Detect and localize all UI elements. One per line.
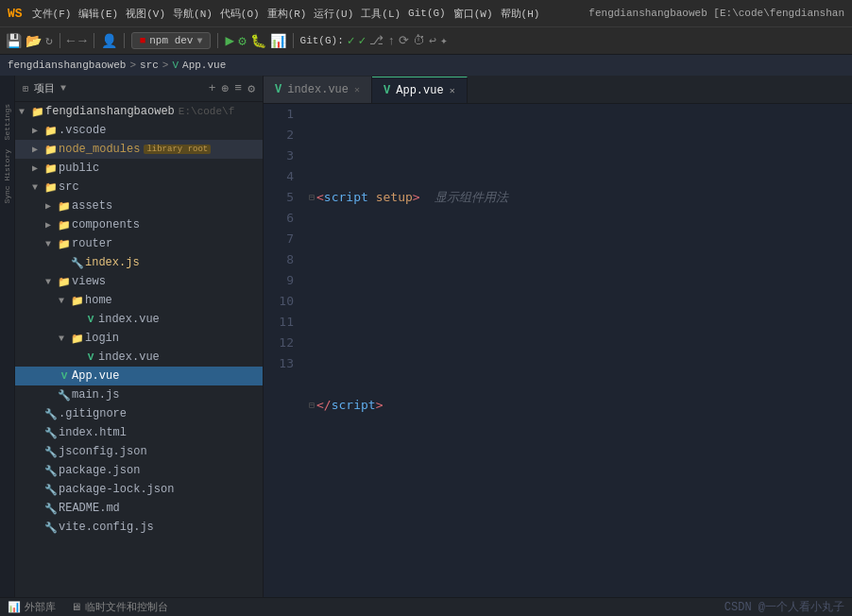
src-label: src <box>59 180 79 194</box>
list-item[interactable]: ▶ 📁 components <box>15 215 263 234</box>
menu-edit[interactable]: 编辑(E) <box>78 7 118 21</box>
list-item[interactable]: ▼ 📁 src <box>15 178 263 197</box>
tab-index-vue[interactable]: V index.vue ✕ <box>264 77 372 103</box>
git-fetch-icon[interactable]: ⟳ <box>399 33 409 48</box>
breadcrumb-sep1: > <box>129 60 136 71</box>
code-editor[interactable]: 1 2 3 4 5 6 7 8 9 10 11 12 13 ⊟ <script … <box>264 104 852 597</box>
watermark: CSDN @一个人看小丸子 <box>724 599 844 615</box>
editor-area: V index.vue ✕ V App.vue ✕ 1 2 3 4 5 6 7 <box>264 76 852 597</box>
temp-files-item[interactable]: 🖥 临时文件和控制台 <box>71 600 168 614</box>
coverage-icon[interactable]: 📊 <box>270 33 286 49</box>
console-icon: 🖥 <box>71 601 81 613</box>
list-item[interactable]: 🔧 index.js <box>15 253 263 272</box>
titlebar-logo: WS <box>8 7 23 21</box>
list-item[interactable]: ▶ 📁 public <box>15 159 263 178</box>
public-label: public <box>59 162 99 175</box>
explorer-title: 项目 <box>34 81 55 95</box>
router-index-label: index.js <box>85 256 140 269</box>
list-item[interactable]: ▶ 📁 node_modules library root <box>15 140 263 159</box>
toolbar-refresh-icon[interactable]: ↻ <box>45 33 53 48</box>
list-item[interactable]: 🔧 README.md <box>15 499 263 518</box>
list-item[interactable]: 🔧 jsconfig.json <box>15 442 263 461</box>
tab-app-close-icon[interactable]: ✕ <box>450 85 455 96</box>
toolbar-back-icon[interactable]: ← <box>67 33 75 48</box>
npm-dropdown-arrow: ▼ <box>196 36 202 46</box>
menu-window[interactable]: 窗口(W) <box>453 7 493 21</box>
explorer-caret[interactable]: ▼ <box>60 83 66 94</box>
git-push-icon[interactable]: ✓ <box>359 33 366 48</box>
debug-icon[interactable]: 🐛 <box>250 33 266 49</box>
menu-run[interactable]: 运行(U) <box>314 7 353 21</box>
index-html-label: index.html <box>59 426 127 439</box>
tab-close-icon[interactable]: ✕ <box>354 84 360 95</box>
sync-history-vert-label[interactable]: Sync History <box>3 149 11 204</box>
file-tree: ▼ 📁 fengdianshangbaoweb E:\code\f ▶ 📁 .v… <box>15 102 263 597</box>
bar-chart-icon: 📊 <box>8 601 21 613</box>
list-item[interactable]: ▼ 📁 views <box>15 272 263 291</box>
menu-refactor[interactable]: 重构(R) <box>267 7 307 21</box>
toolbar-user-icon[interactable]: 👤 <box>101 33 117 49</box>
list-item[interactable]: ▶ 📁 .vscode <box>15 121 263 140</box>
fold-icon-1[interactable]: ⊟ <box>309 187 315 208</box>
menu-help[interactable]: 帮助(H) <box>501 7 540 21</box>
main-layout: Settings Sync History ⊞ 项目 ▼ + ⊕ ≡ ⚙ ▼ 📁… <box>0 76 852 597</box>
explorer-collapse-icon[interactable]: ≡ <box>234 81 242 96</box>
menu-file[interactable]: 文件(F) <box>32 7 72 21</box>
list-item[interactable]: V index.vue <box>15 310 263 329</box>
app-vue-label: App.vue <box>72 369 119 383</box>
list-item[interactable]: 🔧 package-lock.json <box>15 480 263 499</box>
router-label: router <box>72 237 112 250</box>
list-item[interactable]: ▼ 📁 login <box>15 329 263 348</box>
menu-view[interactable]: 视图(V) <box>126 7 165 21</box>
list-item[interactable]: ▶ 📁 assets <box>15 197 263 215</box>
list-item[interactable]: 🔧 index.html <box>15 423 263 442</box>
menu-git[interactable]: Git(G) <box>408 8 446 19</box>
list-item[interactable]: ▼ 📁 home <box>15 291 263 310</box>
git-branch-icon[interactable]: ⎇ <box>369 33 383 48</box>
library-badge: library root <box>144 145 211 154</box>
list-item[interactable]: 🔧 vite.config.js <box>15 518 263 537</box>
tab-app-vue-icon: V <box>383 84 390 97</box>
npm-icon: ■ <box>140 35 146 46</box>
list-item[interactable]: 🔧 .gitignore <box>15 404 263 423</box>
git-revert-icon[interactable]: ↩ <box>429 33 436 48</box>
git-pull-icon[interactable]: ↑ <box>387 34 395 48</box>
explorer-new-file-icon[interactable]: + <box>209 81 216 96</box>
tree-root[interactable]: ▼ 📁 fengdianshangbaoweb E:\code\f <box>15 102 263 121</box>
external-lib-label: 外部库 <box>25 600 56 614</box>
run-icon[interactable]: ▶ <box>225 31 234 50</box>
toolbar: 💾 📂 ↻ ← → 👤 ■ npm dev ▼ ▶ ⚙ 🐛 📊 Git(G): … <box>0 26 852 55</box>
external-lib-item[interactable]: 📊 外部库 <box>8 600 56 614</box>
explorer-new-folder-icon[interactable]: ⊕ <box>222 81 230 96</box>
fold-icon-3[interactable]: ⊟ <box>309 395 315 416</box>
breadcrumb-vue-icon: V <box>172 60 179 71</box>
list-item[interactable]: V index.vue <box>15 348 263 367</box>
git-check-icon[interactable]: ✓ <box>348 33 355 48</box>
menu-code[interactable]: 代码(O) <box>220 7 260 21</box>
list-item[interactable]: ▼ 📁 router <box>15 234 263 253</box>
menu-tools[interactable]: 工具(L) <box>361 7 400 21</box>
breadcrumb-src[interactable]: src <box>140 60 159 71</box>
breadcrumb-file[interactable]: App.vue <box>182 60 226 71</box>
npm-dropdown[interactable]: ■ npm dev ▼ <box>131 32 212 49</box>
toolbar-open-icon[interactable]: 📂 <box>26 33 42 49</box>
build-icon[interactable]: ⚙ <box>238 33 246 49</box>
toolbar-extra-icon[interactable]: ✦ <box>440 33 448 48</box>
code-content[interactable]: ⊟ <script setup> 显示组件用法 ⊟ </script> ⊟ <t… <box>301 104 852 597</box>
tab-index-vue-label: index.vue <box>287 83 349 96</box>
vite-config-label: vite.config.js <box>59 521 154 534</box>
toolbar-save-icon[interactable]: 💾 <box>6 33 22 49</box>
tab-app-vue[interactable]: V App.vue ✕ <box>372 77 468 103</box>
home-label: home <box>85 294 112 307</box>
settings-vert-label[interactable]: Settings <box>3 104 11 140</box>
code-line-1: ⊟ <script setup> 显示组件用法 <box>309 187 852 208</box>
menu-nav[interactable]: 导航(N) <box>173 7 213 21</box>
explorer-settings-icon[interactable]: ⚙ <box>247 81 255 96</box>
list-item[interactable]: 🔧 package.json <box>15 461 263 480</box>
breadcrumb-project[interactable]: fengdianshangbaoweb <box>8 60 126 71</box>
list-item[interactable]: 🔧 main.js <box>15 385 263 404</box>
main-js-label: main.js <box>72 388 119 402</box>
list-item[interactable]: V App.vue <box>15 367 263 385</box>
toolbar-forward-icon[interactable]: → <box>78 33 86 48</box>
git-settings-icon[interactable]: ⏱ <box>413 34 425 48</box>
